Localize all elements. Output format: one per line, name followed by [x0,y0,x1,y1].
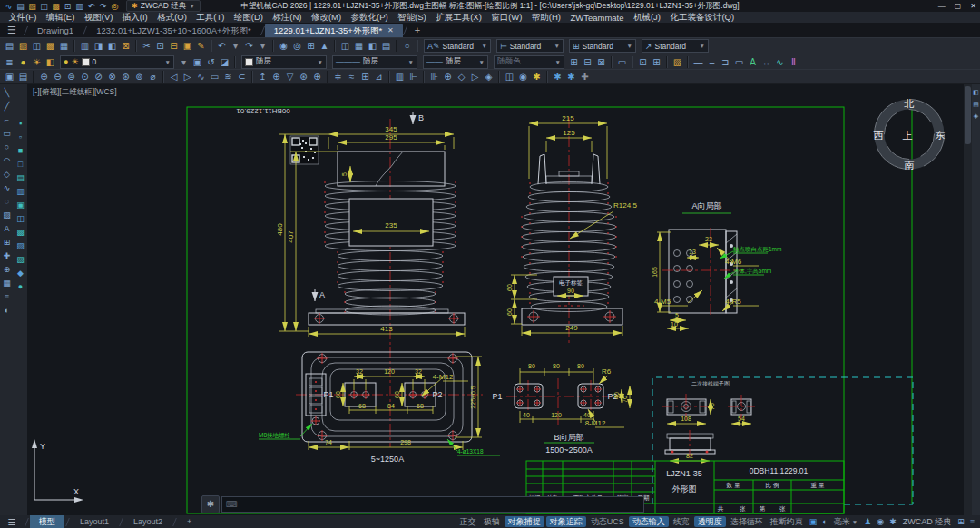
named-views-icon[interactable]: ▦ [352,39,366,53]
publish-icon[interactable]: ◧ [105,39,119,53]
table-icon[interactable]: ⊞ [358,70,372,83]
save-as-icon[interactable]: ▩ [44,39,57,53]
lineweight-combo[interactable]: —— 随层 ▼ [423,55,488,69]
print-icon[interactable]: ▥ [78,39,92,53]
toggle-selection-cycling[interactable]: 选择循环 [727,516,767,527]
revcloud-tool-icon[interactable]: ◐ [1,304,13,318]
help-icon[interactable]: ○ [400,39,414,53]
washer-icon[interactable]: ⊛ [119,70,132,83]
close-button[interactable]: ✕ [970,2,976,10]
text-tool-icon[interactable]: A [746,55,760,69]
layer-previous-icon[interactable]: ↺ [204,55,218,69]
layer-thaw-icon[interactable]: ☀ [30,55,44,69]
units-dropdown[interactable]: 毫米 ▼ [830,516,861,528]
erase-tool-icon[interactable]: ▪ [15,117,26,131]
screw-icon[interactable]: ⊘ [92,70,105,83]
options-gear-icon[interactable]: ✱ [551,70,564,83]
hatch-draw-icon[interactable]: ▨ [1,209,13,222]
fullscreen-icon[interactable]: ⊞ [955,517,967,526]
zoom-realtime-icon[interactable]: ◎ [290,39,304,53]
qat-saveas-icon[interactable]: ▩ [50,1,62,12]
ellipse-tool-icon[interactable]: ◌ [1,195,13,209]
line-thin-icon[interactable]: — [691,55,705,69]
qat-preview-icon[interactable]: ▥ [74,1,85,12]
paste-icon[interactable]: ⊟ [167,39,181,53]
toggle-dyn-input[interactable]: 动态输入 [629,516,669,527]
toggle-infer-constraints[interactable]: 推断约束 [767,516,807,527]
wave-icon[interactable]: ≈ [345,70,358,83]
menu-item-format[interactable]: 格式(O) [152,12,191,24]
menu-item-mechanical[interactable]: 机械(J) [629,12,665,24]
bom-icon[interactable]: ▥ [393,70,407,83]
settings-gear-icon[interactable]: ✱ [530,70,544,83]
qat-redo-icon[interactable]: ↷ [97,1,109,12]
menu-item-draw[interactable]: 绘图(D) [230,12,269,24]
chamfer-icon[interactable]: ◁ [167,70,181,83]
menu-item-dimension[interactable]: 标注(N) [268,12,307,24]
column-icon[interactable]: Ⅱ [787,55,800,69]
table-style-combo[interactable]: ⊞ Standard ▼ [569,39,636,53]
menu-item-chem-equip[interactable]: 化工装备设计(Q) [665,12,739,24]
mech-layers-icon[interactable]: ▤ [16,70,30,83]
make-layer-current-icon[interactable]: ▣ [191,55,204,69]
user-icon[interactable]: ♟ [861,517,874,526]
dim-style-icon[interactable]: ≑ [331,70,345,83]
toggle-ducs[interactable]: 动态UCS [587,516,628,527]
export-icon[interactable]: ▦ [57,39,71,53]
doc-tab-drawing1[interactable]: Drawing1 [28,24,83,37]
compare-icon[interactable]: ◫ [503,70,516,83]
break-line-icon[interactable]: ∿ [194,70,208,83]
title-block-icon[interactable]: ▭ [208,70,221,83]
block-lib-icon[interactable]: ◈ [482,70,495,83]
menu-item-edit[interactable]: 编辑(E) [42,12,80,24]
qat-undo-icon[interactable]: ↶ [85,1,97,12]
isolate-layer-icon[interactable]: ◪ [218,55,231,69]
explode-tool-icon[interactable]: ● [15,280,26,294]
dim-style-combo[interactable]: ⊢ Standard ▼ [496,39,564,53]
new-tab-button[interactable]: + [407,24,427,37]
array-tool-icon[interactable]: ▤ [15,171,26,185]
pin-icon[interactable]: ⊚ [132,70,146,83]
format-brush-icon[interactable]: ✎ [194,39,208,53]
axis-icon[interactable]: ⊪ [427,70,441,83]
nut-icon[interactable]: ⊗ [105,70,119,83]
doc-tab-1232[interactable]: 1232.01+LJZW1-35+10~1600A+外形图* [87,24,260,37]
isolate-objects-icon[interactable]: ◐ [819,517,829,526]
customize-icon[interactable]: ≡ [967,517,980,526]
toggle-osnap[interactable]: 对象捕捉 [505,516,544,527]
open-icon[interactable]: ▧ [16,39,30,53]
print-preview-icon[interactable]: ◨ [92,39,105,53]
viewport-label[interactable]: [-][俯视][二维线框][WCS] [33,87,117,96]
circle-tool-icon[interactable]: ○ [1,141,13,154]
polyline-icon[interactable]: ⊐ [719,55,732,69]
redo-dropdown-icon[interactable]: ▾ [256,39,270,53]
sheet-set-icon[interactable]: ◧ [366,39,379,53]
rectangle-tool-icon[interactable]: ▭ [1,127,13,141]
leader-icon[interactable]: ↥ [256,70,270,83]
menu-item-tools[interactable]: 工具(T) [191,12,230,24]
make-block-icon[interactable]: ⊟ [581,55,594,69]
spline-tool-icon[interactable]: ∿ [773,55,787,69]
table-draw-icon[interactable]: ⊞ [1,236,13,249]
qat-save-icon[interactable]: ◫ [38,1,50,12]
cut-icon[interactable]: ✂ [140,39,153,53]
flange-icon[interactable]: ⊜ [64,70,78,83]
config-gear-icon[interactable]: ✱ [564,70,578,83]
copy-tool-icon[interactable]: ▫ [15,131,26,144]
zoom-window-icon[interactable]: ⊞ [304,39,318,53]
menu-item-help[interactable]: 帮助(H) [527,12,566,24]
layer-lock-icon[interactable]: ◧ [44,55,57,69]
save-icon[interactable]: ◫ [30,39,44,53]
layout1-tab[interactable]: Layout1 [71,515,118,528]
color-combo[interactable]: 随层 ▼ [241,55,327,69]
tab-close-icon[interactable]: ✕ [387,24,394,37]
mleader-style-combo[interactable]: ↗ Standard ▼ [642,39,709,53]
bearing-icon[interactable]: ⊙ [78,70,92,83]
menu-item-window[interactable]: 窗口(W) [486,12,527,24]
triangle-icon[interactable]: ⊿ [372,70,386,83]
offset-tool-icon[interactable]: □ [15,158,26,171]
mline-tool-icon[interactable]: ≡ [1,290,13,304]
clip-icon[interactable]: ⊂ [235,70,249,83]
insert-block-icon[interactable]: ⊞ [567,55,581,69]
properties-panel-icon[interactable]: ◧ [973,86,979,98]
